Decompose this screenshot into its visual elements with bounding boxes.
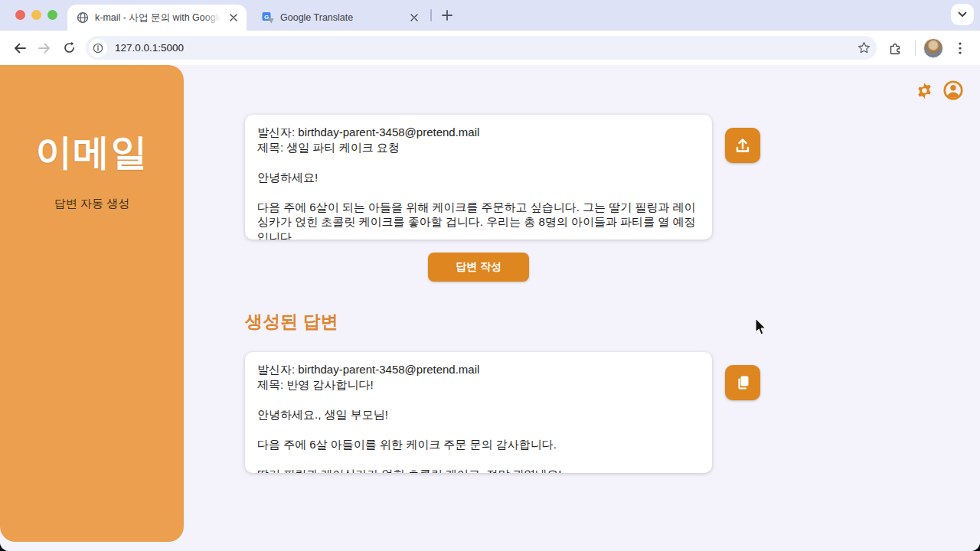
toolbar-right-group: [883, 36, 972, 60]
svg-text:G: G: [264, 14, 269, 21]
tab-strip: k-mail - 사업 문의 with Google G Google Tran…: [0, 0, 980, 31]
tab-google-translate[interactable]: G Google Translate: [253, 5, 427, 31]
site-info-button[interactable]: [89, 39, 107, 57]
generated-reply-heading: 생성된 답변: [245, 310, 338, 334]
url-text[interactable]: 127.0.0.1:5000: [115, 42, 858, 54]
upload-email-button[interactable]: [725, 128, 760, 163]
toolbar-separator: [915, 41, 916, 56]
upload-icon: [733, 136, 752, 155]
profile-avatar[interactable]: [923, 38, 943, 58]
google-translate-icon: G: [262, 11, 274, 24]
globe-icon: [77, 11, 89, 24]
browser-menu-button[interactable]: [948, 36, 972, 60]
profile-icon[interactable]: [943, 80, 963, 100]
kebab-menu-icon: [959, 42, 962, 54]
reload-button[interactable]: [57, 36, 81, 60]
close-window-button[interactable]: [15, 10, 25, 20]
new-tab-button[interactable]: [438, 6, 456, 24]
tab-divider: [430, 9, 432, 21]
puzzle-icon: [888, 41, 902, 55]
back-button[interactable]: [8, 36, 32, 60]
close-tab-icon[interactable]: [227, 11, 240, 24]
close-tab-icon[interactable]: [407, 11, 421, 24]
tab-title: k-mail - 사업 문의 with Google: [95, 11, 220, 24]
tab-search-chevron-button[interactable]: [951, 4, 974, 25]
sidebar: 이메일 답변 자동 생성: [0, 65, 184, 542]
copy-icon: [733, 373, 752, 392]
mouse-cursor: [754, 318, 768, 337]
minimize-window-button[interactable]: [31, 10, 41, 20]
tab-title: Google Translate: [280, 12, 401, 23]
compose-reply-button[interactable]: 답변 작성: [428, 253, 529, 282]
chevron-down-icon: [958, 11, 967, 18]
zoom-window-button[interactable]: [47, 10, 57, 20]
bookmark-star-icon[interactable]: [858, 41, 871, 54]
info-icon: [93, 43, 103, 54]
copy-reply-button[interactable]: [725, 365, 760, 400]
tab-kmail[interactable]: k-mail - 사업 문의 with Google: [67, 5, 247, 31]
app-subtitle: 답변 자동 생성: [0, 197, 184, 211]
browser-toolbar: 127.0.0.1:5000: [0, 31, 980, 65]
browser-window: k-mail - 사업 문의 with Google G Google Tran…: [0, 0, 980, 551]
reply-email-card: 발신자: birthday-parent-3458@pretend.mail 제…: [245, 352, 712, 473]
address-bar[interactable]: 127.0.0.1:5000: [86, 36, 877, 60]
incoming-email-text: 발신자: birthday-parent-3458@pretend.mail 제…: [257, 125, 700, 240]
reply-email-text: 발신자: birthday-parent-3458@pretend.mail 제…: [257, 362, 700, 473]
page-top-icons: [915, 80, 963, 100]
extensions-button[interactable]: [883, 36, 907, 60]
gear-icon[interactable]: [915, 81, 934, 100]
forward-arrow-icon: [38, 42, 51, 54]
incoming-email-card: 발신자: birthday-parent-3458@pretend.mail 제…: [245, 115, 712, 240]
page-content: 이메일 답변 자동 생성 발신자: birthday-parent-3458@p…: [0, 65, 980, 551]
reload-icon: [63, 41, 76, 54]
forward-button[interactable]: [32, 36, 57, 60]
back-arrow-icon: [13, 42, 27, 54]
app-title: 이메일: [0, 128, 184, 177]
window-controls: [15, 10, 57, 20]
